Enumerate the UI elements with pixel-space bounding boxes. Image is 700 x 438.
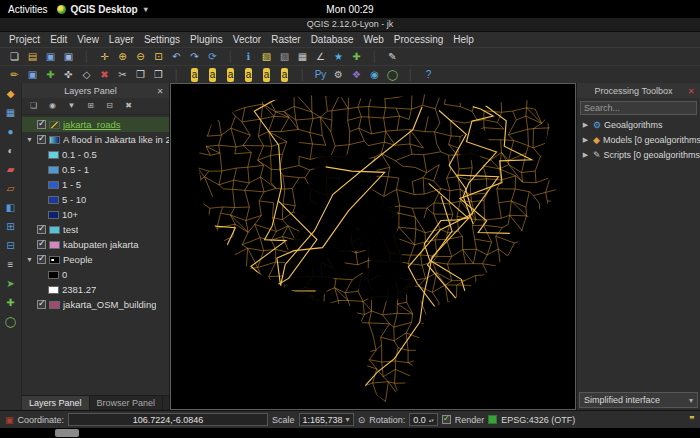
add-postgis-layer-icon[interactable]: ●	[2, 124, 19, 139]
layer-visibility-checkbox[interactable]	[37, 225, 46, 234]
new-shapefile-layer-icon[interactable]: ✚	[2, 295, 19, 310]
menu-database[interactable]: Database	[306, 32, 359, 47]
layer-visibility-checkbox[interactable]	[37, 300, 46, 309]
osm-plugin-icon[interactable]: ◯	[384, 67, 401, 83]
legend-item-flood-class2[interactable]: 0.5 - 1	[22, 162, 169, 177]
cut-features-icon[interactable]: ✂	[114, 67, 131, 83]
identify-features-icon[interactable]: ℹ	[240, 49, 257, 65]
expander-icon[interactable]	[25, 136, 34, 143]
layer-visibility-checkbox[interactable]	[37, 255, 46, 264]
manage-themes-icon[interactable]: ◉	[44, 99, 61, 113]
label-rotate-icon[interactable]: a	[258, 67, 275, 83]
toolbar-separator[interactable]: │	[402, 67, 419, 83]
add-wcs-layer-icon[interactable]: ⊞	[2, 219, 19, 234]
expander-icon[interactable]	[581, 136, 590, 144]
zoom-full-icon[interactable]: ⊡	[150, 49, 167, 65]
coordinate-input[interactable]	[68, 413, 268, 426]
rotation-spinbox[interactable]: 0.0 ▴▾	[409, 413, 438, 426]
python-console-icon[interactable]: Py	[312, 67, 329, 83]
plugin-manager-icon[interactable]: ❖	[348, 67, 365, 83]
copy-features-icon[interactable]: ❐	[132, 67, 149, 83]
add-spatialite-layer-icon[interactable]: ◐	[2, 143, 19, 158]
expander-icon[interactable]	[581, 151, 590, 159]
app-menu-button[interactable]: QGIS Desktop	[57, 4, 147, 15]
layer-visibility-checkbox[interactable]	[37, 135, 46, 144]
filter-legend-icon[interactable]: ▼	[63, 99, 80, 113]
new-bookmark-icon[interactable]: ✚	[348, 49, 365, 65]
web-plugin-icon[interactable]: ◉	[366, 67, 383, 83]
proc-item-scripts[interactable]: ✎ Scripts [0 geoalgorithms]	[577, 147, 700, 162]
layer-item-kabupaten-jakarta[interactable]: kabupaten jakarta	[22, 237, 169, 252]
toolbar-separator[interactable]: │	[78, 49, 95, 65]
add-oracle-layer-icon[interactable]: ▱	[2, 181, 19, 196]
spinner-arrows-icon[interactable]: ▴▾	[429, 418, 434, 422]
menu-vector[interactable]: Vector	[228, 32, 266, 47]
layer-visibility-checkbox[interactable]	[37, 120, 46, 129]
labeling-icon[interactable]: a	[186, 67, 203, 83]
add-wfs-layer-icon[interactable]: ⊟	[2, 238, 19, 253]
refresh-map-icon[interactable]: ⟳	[204, 49, 221, 65]
magnifier-lock-icon[interactable]: ⊙	[358, 415, 366, 425]
layer-item-flood-2007[interactable]: A flood in Jakarta like in 2007	[22, 132, 169, 147]
label-show-hide-icon[interactable]: a	[222, 67, 239, 83]
legend-item-flood-class5[interactable]: 10+	[22, 207, 169, 222]
save-edits-icon[interactable]: ▣	[24, 67, 41, 83]
add-mssql-layer-icon[interactable]: ▰	[2, 162, 19, 177]
menu-help[interactable]: Help	[448, 32, 479, 47]
menu-project[interactable]: Project	[4, 32, 45, 47]
tab-layers-panel[interactable]: Layers Panel	[22, 396, 90, 410]
zoom-last-icon[interactable]: ↶	[168, 49, 185, 65]
clock[interactable]: Mon 00:29	[326, 4, 373, 15]
log-messages-icon[interactable]: ❞	[690, 414, 695, 425]
remove-layer-icon[interactable]: ✖	[120, 99, 137, 113]
expand-all-icon[interactable]: ⊞	[82, 99, 99, 113]
add-vector-layer-icon[interactable]: ◆	[2, 86, 19, 101]
close-panel-icon[interactable]	[686, 86, 696, 96]
label-properties-icon[interactable]: a	[276, 67, 293, 83]
delete-selected-icon[interactable]: ✖	[96, 67, 113, 83]
toolbar-separator[interactable]: │	[366, 49, 383, 65]
zoom-in-icon[interactable]: ⊕	[114, 49, 131, 65]
interface-mode-select[interactable]: Simplified interface	[579, 392, 698, 408]
render-checkbox[interactable]	[442, 415, 451, 424]
toggle-editing-icon[interactable]: ✏	[6, 67, 23, 83]
node-tool-icon[interactable]: ◇	[78, 67, 95, 83]
menu-edit[interactable]: Edit	[45, 32, 72, 47]
add-osm-layer-icon[interactable]: ◯	[2, 314, 19, 329]
deselect-features-icon[interactable]: ▧	[276, 49, 293, 65]
toolbar-separator[interactable]: │	[294, 67, 311, 83]
layer-item-jakarta-roads[interactable]: jakarta_roads	[22, 117, 169, 132]
add-gpx-layer-icon[interactable]: ➤	[2, 276, 19, 291]
processing-options-icon[interactable]: ⚙	[330, 67, 347, 83]
crs-button[interactable]: EPSG:4326 (OTF)	[501, 415, 575, 425]
add-raster-layer-icon[interactable]: ▦	[2, 105, 19, 120]
help-icon[interactable]: ?	[420, 67, 437, 83]
legend-item-flood-class4[interactable]: 5 - 10	[22, 192, 169, 207]
layer-item-jakarta-osm-building[interactable]: jakarta_OSM_building	[22, 297, 169, 312]
open-project-icon[interactable]: ▤	[24, 49, 41, 65]
map-canvas[interactable]	[171, 84, 575, 409]
coordinate-capture-icon[interactable]: ▣	[5, 415, 14, 425]
menu-raster[interactable]: Raster	[266, 32, 305, 47]
collapse-all-icon[interactable]: ⊟	[101, 99, 118, 113]
add-feature-icon[interactable]: ✚	[42, 67, 59, 83]
activities-button[interactable]: Activities	[8, 4, 47, 15]
menu-processing[interactable]: Processing	[389, 32, 448, 47]
add-delimited-text-icon[interactable]: ≡	[2, 257, 19, 272]
pan-map-icon[interactable]: ✛	[96, 49, 113, 65]
measure-line-icon[interactable]: ∠	[312, 49, 329, 65]
proc-item-geoalgorithms[interactable]: ⚙ Geoalgorithms	[577, 117, 700, 132]
select-features-icon[interactable]: ▧	[258, 49, 275, 65]
save-project-icon[interactable]: ▣	[42, 49, 59, 65]
close-panel-icon[interactable]	[155, 86, 165, 96]
menu-view[interactable]: View	[72, 32, 104, 47]
legend-item-people-class2[interactable]: 2381.27	[22, 282, 169, 297]
toolbar-separator[interactable]: │	[168, 67, 185, 83]
attribute-table-icon[interactable]: ▦	[294, 49, 311, 65]
legend-item-flood-class3[interactable]: 1 - 5	[22, 177, 169, 192]
menu-layer[interactable]: Layer	[104, 32, 139, 47]
window-titlebar[interactable]: QGIS 2.12.0-Lyon - jk	[0, 18, 700, 32]
new-project-icon[interactable]: ❏	[6, 49, 23, 65]
paste-features-icon[interactable]: ❒	[150, 67, 167, 83]
label-move-icon[interactable]: a	[240, 67, 257, 83]
